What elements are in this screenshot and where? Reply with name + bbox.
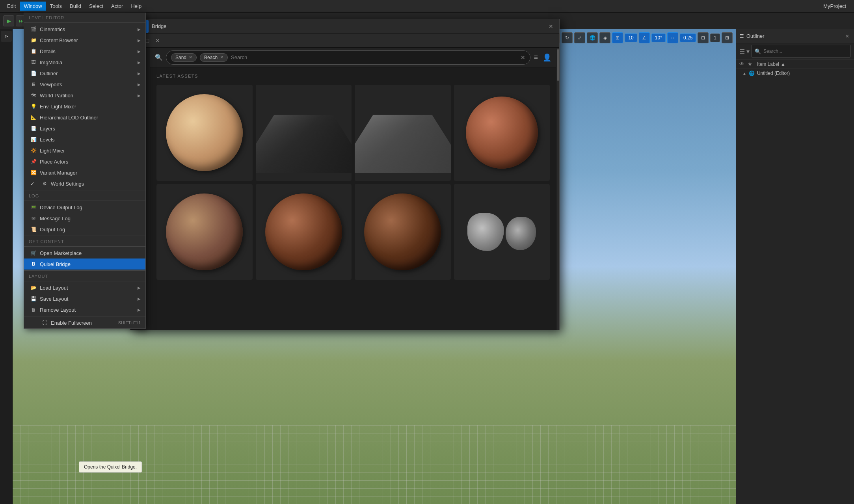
world-partition-label: World Partition	[40, 93, 73, 99]
quixel-bridge-icon: B	[30, 261, 37, 267]
menu-edit[interactable]: Edit	[3, 2, 20, 11]
menu-item-env-light-mixer[interactable]: 💡 Env. Light Mixer	[24, 101, 145, 112]
cinematics-label: Cinematics	[40, 26, 65, 32]
rotate-tool[interactable]: ↻	[562, 32, 573, 43]
layout-btn[interactable]: ⊞	[722, 32, 733, 43]
menu-help[interactable]: Help	[127, 2, 145, 11]
menu-build[interactable]: Build	[66, 2, 85, 11]
bridge-asset-dark-surface[interactable]	[256, 85, 352, 181]
grid-btn[interactable]: ⊞	[612, 32, 623, 43]
angle-value[interactable]: 10°	[651, 33, 666, 42]
output-log-icon: 📜	[30, 226, 37, 232]
output-log-label: Output Log	[40, 227, 65, 232]
save-layout-label: Save Layout	[40, 296, 68, 302]
menu-item-light-mixer[interactable]: 🔆 Light Mixer	[24, 145, 145, 156]
menu-item-layers[interactable]: 📑 Layers	[24, 123, 145, 134]
bridge-search-clear-button[interactable]: ✕	[521, 54, 525, 61]
left-tab-active[interactable]: A	[1, 31, 12, 42]
bridge-asset-sandy-sphere[interactable]	[156, 85, 253, 181]
world-settings-label: World Settings	[51, 181, 84, 187]
menu-item-output-log[interactable]: 📜 Output Log	[24, 224, 145, 235]
content-browser-icon: 📁	[30, 37, 37, 43]
outliner-icon: ☰	[739, 33, 744, 39]
screen-value[interactable]: 1	[710, 33, 720, 42]
level-editor-section-label: LEVEL EDITOR	[24, 13, 145, 22]
outliner-row-untitled[interactable]: ▲ 🌐 Untitled (Editor)	[736, 69, 854, 78]
menu-item-cinematics[interactable]: 🎬 Cinematics ▶	[24, 24, 145, 35]
bridge-search-input[interactable]	[231, 54, 517, 60]
menu-item-quixel-bridge[interactable]: B Quixel Bridge	[24, 259, 145, 270]
surface-icon[interactable]: ◈	[599, 32, 610, 43]
fullscreen-icon: ⛶	[41, 320, 48, 326]
play-button[interactable]: ▶	[3, 15, 14, 26]
menu-item-levels[interactable]: 📊 Levels	[24, 134, 145, 145]
bridge-account-icon[interactable]: 👤	[543, 53, 551, 62]
brown-sphere-2-visual	[265, 193, 342, 270]
menu-divider-3	[24, 201, 145, 201]
device-output-log-icon: 📟	[30, 204, 37, 210]
search-tag-beach-remove[interactable]: ✕	[220, 55, 223, 60]
menu-item-load-layout[interactable]: 📂 Load Layout ▶	[24, 282, 145, 293]
menu-select[interactable]: Select	[85, 2, 107, 11]
search-tag-sand-remove[interactable]: ✕	[189, 55, 192, 60]
viewports-icon: 🖥	[30, 81, 37, 87]
search-tag-beach[interactable]: Beach ✕	[200, 53, 228, 62]
latest-assets-title: LATEST ASSETS	[156, 74, 550, 78]
menu-item-world-partition[interactable]: 🗺 World Partition ▶	[24, 90, 145, 101]
outliner-expand-icon[interactable]: ▾	[746, 48, 750, 55]
outliner-menu-label: Outliner	[40, 71, 58, 76]
bridge-titlebar: B Bridge ✕	[130, 19, 559, 33]
menu-item-imgmedia[interactable]: 🖼 ImgMedia ▶	[24, 57, 145, 68]
bridge-asset-rocks[interactable]	[454, 184, 550, 280]
search-icon: 🔍	[755, 48, 761, 54]
world-icon[interactable]: 🌐	[587, 32, 598, 43]
gray-surface-visual	[355, 115, 451, 173]
fullscreen-shortcut: SHIFT+F11	[118, 320, 141, 325]
menu-item-save-layout[interactable]: 💾 Save Layout ▶	[24, 293, 145, 304]
screen-btn[interactable]: ⊡	[698, 32, 709, 43]
menu-item-outliner[interactable]: 📄 Outliner ▶	[24, 68, 145, 79]
scale-tool[interactable]: ⤢	[574, 32, 585, 43]
menu-item-enable-fullscreen[interactable]: ⛶ Enable Fullscreen SHIFT+F11	[24, 317, 145, 328]
bridge-fullclose-button[interactable]: ✕	[154, 37, 161, 44]
outliner-close-button[interactable]: ✕	[844, 33, 851, 40]
bridge-scrollbar-thumb[interactable]	[557, 49, 559, 81]
outliner-menu-icon: 📄	[30, 70, 37, 76]
menu-tools[interactable]: Tools	[46, 2, 66, 11]
menu-item-variant-manager[interactable]: 🔀 Variant Manager	[24, 167, 145, 178]
bridge-scrollbar[interactable]	[556, 48, 559, 330]
outliner-filter-icon[interactable]: ☰	[739, 48, 745, 55]
bridge-asset-reddish-sphere[interactable]	[454, 85, 550, 181]
snap-btn[interactable]: ↔	[667, 32, 678, 43]
bridge-asset-brown-sphere-1[interactable]	[156, 184, 253, 280]
bridge-search-icon: 🔍	[155, 54, 163, 61]
bridge-asset-brown-sphere-2[interactable]	[256, 184, 352, 280]
load-layout-label: Load Layout	[40, 285, 68, 291]
menu-item-open-marketplace[interactable]: 🛒 Open Marketplace	[24, 247, 145, 259]
bridge-filter-icon[interactable]: ≡	[534, 53, 538, 61]
cinematics-arrow-icon: ▶	[138, 27, 141, 32]
variant-manager-icon: 🔀	[30, 169, 37, 176]
bridge-close-icon[interactable]: ✕	[547, 23, 554, 30]
world-icon: 🌐	[749, 71, 755, 76]
menu-window[interactable]: Window	[20, 2, 46, 11]
snap-value[interactable]: 0.25	[680, 33, 696, 42]
outliner-search-input[interactable]	[763, 48, 847, 54]
grid-value[interactable]: 10	[625, 33, 637, 42]
menu-item-world-settings[interactable]: ✓ ⚙ World Settings	[24, 178, 145, 189]
menu-item-details[interactable]: 📋 Details ▶	[24, 46, 145, 57]
bridge-asset-gray-surface[interactable]	[355, 85, 451, 181]
angle-btn[interactable]: ∠	[639, 32, 650, 43]
search-tag-sand[interactable]: Sand ✕	[171, 53, 197, 62]
menu-item-content-browser[interactable]: 📁 Content Browser ▶	[24, 35, 145, 46]
menu-item-viewports[interactable]: 🖥 Viewports ▶	[24, 79, 145, 90]
menu-item-remove-layout[interactable]: 🗑 Remove Layout ▶	[24, 304, 145, 315]
menu-item-device-output-log[interactable]: 📟 Device Output Log	[24, 202, 145, 213]
bridge-asset-brown-sphere-3[interactable]	[355, 184, 451, 280]
item-label-col: Item Label ▲	[757, 61, 785, 67]
load-layout-icon: 📂	[30, 285, 37, 291]
menu-item-place-actors[interactable]: 📌 Place Actors	[24, 156, 145, 167]
menu-actor[interactable]: Actor	[107, 2, 127, 11]
menu-item-message-log[interactable]: ✉ Message Log	[24, 213, 145, 224]
menu-item-hierarchical-lod[interactable]: 📐 Hierarchical LOD Outliner	[24, 112, 145, 123]
